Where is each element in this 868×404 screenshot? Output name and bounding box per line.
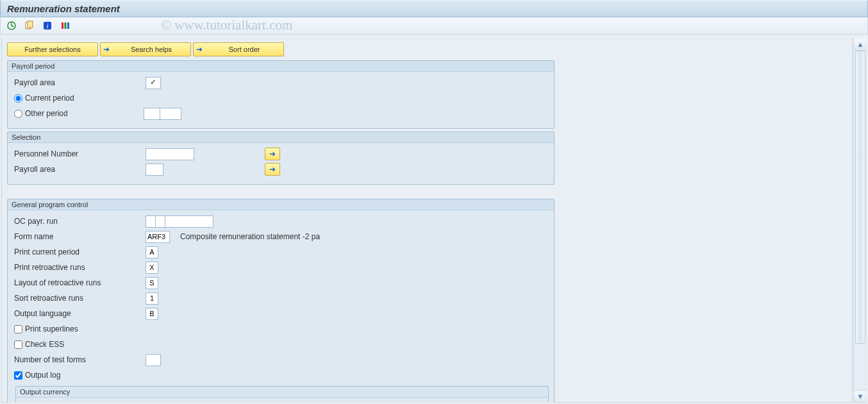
layout-retro-runs-label: Layout of retroactive runs [13,278,146,287]
svg-rect-8 [65,22,67,29]
other-period-input-2[interactable] [160,108,181,120]
output-log-checkbox[interactable] [14,371,22,380]
button-label: Search helps [112,46,190,53]
group-general-program-control: General program control OC payr. run For… [7,199,555,403]
button-label: Further selections [24,46,80,53]
svg-rect-9 [67,22,69,29]
sort-retro-runs-input[interactable] [146,292,158,305]
scroll-up-icon[interactable]: ▲ [854,38,867,51]
titlebar: Remuneration statement [0,0,868,17]
page-title: Remuneration statement [7,3,120,14]
arrow-right-icon: ➜ [194,45,205,54]
button-label: Sort order [205,46,283,53]
content-inner: Further selections ➜ Search helps ➜ Sort… [2,38,560,403]
vertical-scrollbar[interactable]: ▲ ▼ [853,38,867,403]
further-selections-button[interactable]: Further selections [7,42,98,56]
group-legend: Output currency [16,387,548,398]
content: Further selections ➜ Search helps ➜ Sort… [1,38,853,403]
svg-text:i: i [46,22,48,29]
oc-payr-run-input-3[interactable] [165,215,213,228]
payroll-area-sel-label: Payroll area [13,165,146,174]
action-row: Further selections ➜ Search helps ➜ Sort… [2,38,560,60]
window: Remuneration statement i © www.tutorialk… [0,0,868,404]
print-current-period-input[interactable] [146,246,158,258]
number-test-forms-input[interactable] [146,354,161,366]
personnel-number-label: Personnel Number [13,149,146,158]
group-legend: General program control [8,199,554,210]
oc-payr-run-input-2[interactable] [155,215,165,228]
form-name-input[interactable] [146,231,170,243]
number-test-forms-label: Number of test forms [13,355,146,364]
output-language-label: Output language [13,309,146,318]
app-toolbar: i © www.tutorialkart.com [0,17,868,35]
sort-retro-runs-label: Sort retroactive runs [13,294,146,303]
group-selection: Selection Personnel Number ➜ Payroll are… [7,131,555,185]
payroll-area-multiselect-button[interactable]: ➜ [265,163,280,176]
svg-rect-4 [28,21,33,28]
group-payroll-period: Payroll period Payroll area ✓ Current pe… [7,60,555,129]
output-language-input[interactable] [146,308,158,320]
group-output-currency: Output currency For-period [15,386,549,403]
execute-icon[interactable] [4,20,19,31]
arrow-right-icon: ➜ [101,45,112,54]
print-superlines-label: Print superlines [25,324,78,333]
payroll-area-label: Payroll area [13,78,146,87]
watermark: © www.tutorialkart.com [161,17,292,33]
scroll-down-icon[interactable]: ▼ [854,390,867,402]
help-icon[interactable]: i [40,20,54,31]
variants-icon[interactable] [22,20,37,31]
other-period-label: Other period [25,109,144,118]
output-log-label: Output log [25,371,60,380]
payroll-area-sel-input[interactable] [146,164,163,176]
print-superlines-checkbox[interactable] [14,325,22,333]
oc-payr-run-input-1[interactable] [146,215,156,228]
current-period-label: Current period [25,94,74,103]
print-current-period-label: Print current period [13,248,146,257]
scroll-thumb[interactable] [855,51,865,344]
arrow-right-icon: ➜ [269,165,276,174]
payroll-area-check[interactable]: ✓ [146,77,161,89]
sort-order-button[interactable]: ➜ Sort order [193,42,284,56]
svg-line-2 [12,26,14,27]
scroll-area: Further selections ➜ Search helps ➜ Sort… [1,38,867,403]
check-ess-label: Check ESS [25,340,64,349]
group-legend: Selection [8,132,554,143]
layout-retro-runs-input[interactable] [146,277,158,289]
check-ess-checkbox[interactable] [14,341,22,349]
other-period-input-1[interactable] [144,108,160,120]
scroll-track[interactable] [854,51,867,390]
search-helps-button[interactable]: ➜ Search helps [100,42,191,56]
form-name-label: Form name [13,232,146,241]
form-name-desc: Composite remuneration statement -2 pa [180,232,320,241]
personnel-number-input[interactable] [146,148,194,160]
group-legend: Payroll period [8,61,554,72]
personnel-number-multiselect-button[interactable]: ➜ [265,147,280,160]
other-period-radio[interactable] [14,110,22,118]
current-period-radio[interactable] [14,94,22,103]
print-retro-runs-label: Print retroactive runs [13,263,146,272]
arrow-right-icon: ➜ [269,149,276,158]
print-retro-runs-input[interactable] [146,262,158,274]
selection-icon[interactable] [58,20,72,31]
svg-rect-7 [62,22,63,29]
oc-payr-run-label: OC payr. run [13,217,146,226]
